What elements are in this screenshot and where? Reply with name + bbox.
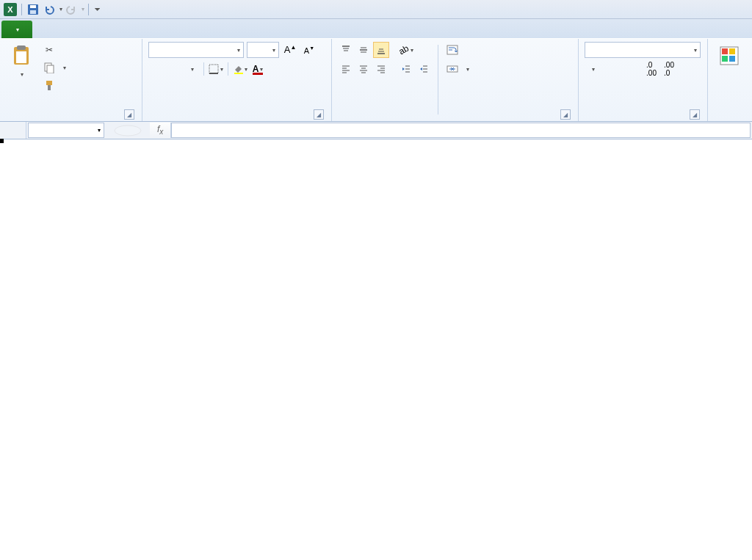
undo-dropdown-icon[interactable]: ▾ bbox=[59, 6, 62, 12]
paste-button[interactable]: ▾ bbox=[6, 42, 37, 117]
merge-icon bbox=[446, 62, 459, 76]
font-name-combo[interactable]: ▾ bbox=[148, 42, 244, 58]
chevron-down-icon: ▾ bbox=[98, 127, 101, 134]
svg-rect-10 bbox=[209, 65, 218, 73]
qat-customize-icon[interactable]: ⏷ bbox=[94, 5, 101, 13]
dialog-launcher-icon[interactable]: ◢ bbox=[314, 109, 324, 120]
border-button[interactable]: ▾ bbox=[208, 61, 224, 77]
grow-font-button[interactable]: A▲ bbox=[282, 42, 298, 58]
shrink-font-button[interactable]: A▼ bbox=[301, 42, 317, 58]
italic-button[interactable] bbox=[166, 61, 182, 77]
svg-rect-4 bbox=[17, 46, 26, 50]
copy-icon bbox=[43, 61, 56, 74]
svg-rect-9 bbox=[48, 85, 51, 90]
orientation-button[interactable]: ab▾ bbox=[398, 42, 414, 58]
svg-rect-2 bbox=[30, 10, 36, 14]
separator bbox=[88, 4, 89, 15]
svg-rect-8 bbox=[46, 81, 52, 85]
svg-rect-45 bbox=[729, 48, 735, 54]
svg-rect-46 bbox=[722, 56, 728, 62]
percent-button[interactable] bbox=[602, 61, 618, 77]
fx-icon: fx bbox=[157, 124, 163, 136]
group-font: ▾ ▾ A▲ A▼ ▾ ▾ ▾ bbox=[142, 39, 332, 121]
separator bbox=[21, 4, 22, 15]
redo-button[interactable] bbox=[64, 2, 79, 17]
redo-dropdown-icon[interactable]: ▾ bbox=[82, 6, 84, 12]
format-painter-button[interactable] bbox=[41, 77, 68, 93]
group-number: ▾ ▾ .0.00 .00.0 ◢ bbox=[579, 39, 708, 121]
group-styles bbox=[708, 39, 752, 121]
chevron-down-icon: ▾ bbox=[16, 26, 19, 33]
align-top-button[interactable] bbox=[338, 42, 354, 58]
merge-center-button[interactable]: ▾ bbox=[444, 61, 471, 77]
svg-rect-1 bbox=[30, 5, 36, 8]
svg-rect-5 bbox=[16, 51, 26, 63]
dialog-launcher-icon[interactable]: ◢ bbox=[124, 109, 134, 120]
font-size-combo[interactable]: ▾ bbox=[247, 42, 279, 58]
conditional-formatting-button[interactable] bbox=[714, 42, 745, 117]
align-right-button[interactable] bbox=[373, 61, 389, 77]
formula-input[interactable] bbox=[171, 123, 751, 138]
chevron-down-icon: ▾ bbox=[466, 66, 469, 73]
paste-icon bbox=[9, 43, 34, 68]
align-middle-button[interactable] bbox=[355, 42, 372, 58]
wrap-text-button[interactable] bbox=[444, 42, 471, 58]
scissors-icon: ✂ bbox=[43, 43, 56, 57]
align-center-button[interactable] bbox=[355, 61, 372, 77]
quick-access-toolbar: X ▾ ▾ ⏷ bbox=[0, 0, 752, 19]
fill-color-button[interactable]: ▾ bbox=[232, 61, 248, 77]
svg-point-48 bbox=[115, 126, 141, 136]
dialog-launcher-icon[interactable]: ◢ bbox=[690, 109, 700, 120]
cond-format-icon bbox=[717, 43, 742, 68]
increase-indent-button[interactable] bbox=[416, 61, 432, 77]
dialog-launcher-icon[interactable]: ◢ bbox=[560, 109, 571, 120]
comma-button[interactable] bbox=[620, 61, 636, 77]
align-left-button[interactable] bbox=[338, 61, 354, 77]
ribbon: ▾ ✂ ▾ bbox=[0, 38, 752, 122]
svg-rect-12 bbox=[234, 73, 243, 74]
svg-rect-44 bbox=[722, 48, 728, 54]
formula-buttons bbox=[106, 122, 150, 139]
ribbon-tabs: ▾ bbox=[0, 19, 752, 38]
chevron-down-icon: ▾ bbox=[63, 65, 66, 71]
svg-rect-7 bbox=[47, 65, 54, 73]
increase-decimal-button[interactable]: .0.00 bbox=[643, 61, 659, 77]
underline-button[interactable]: ▾ bbox=[184, 61, 200, 77]
group-clipboard: ▾ ✂ ▾ bbox=[0, 39, 142, 121]
cut-button[interactable]: ✂ bbox=[41, 42, 68, 58]
brush-icon bbox=[43, 79, 56, 92]
decrease-indent-button[interactable] bbox=[398, 61, 414, 77]
svg-rect-13 bbox=[253, 73, 263, 75]
excel-logo-icon: X bbox=[3, 2, 18, 17]
align-bottom-button[interactable] bbox=[373, 42, 389, 58]
number-format-combo[interactable]: ▾ bbox=[585, 42, 701, 58]
undo-button[interactable] bbox=[42, 2, 57, 17]
font-color-button[interactable]: A ▾ bbox=[250, 61, 266, 77]
chevron-down-icon: ▾ bbox=[21, 71, 24, 78]
formula-bar: ▾ fx bbox=[0, 122, 752, 139]
save-button[interactable] bbox=[26, 2, 40, 17]
currency-button[interactable]: ▾ bbox=[585, 61, 601, 77]
name-box[interactable]: ▾ bbox=[28, 123, 104, 138]
copy-button[interactable]: ▾ bbox=[41, 59, 68, 76]
wrap-icon bbox=[446, 43, 459, 57]
selection-rectangle bbox=[0, 139, 3, 142]
fx-button[interactable]: fx bbox=[150, 123, 171, 138]
group-alignment: ab▾ ▾ bbox=[332, 39, 579, 121]
decrease-decimal-button[interactable]: .00.0 bbox=[661, 61, 677, 77]
file-tab[interactable]: ▾ bbox=[1, 21, 32, 38]
svg-rect-47 bbox=[729, 56, 735, 62]
bold-button[interactable] bbox=[148, 61, 164, 77]
